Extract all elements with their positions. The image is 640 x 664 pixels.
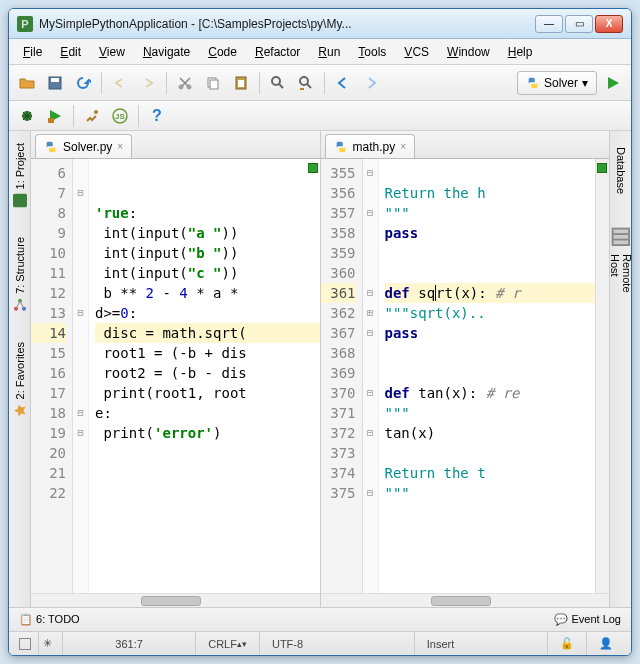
left-editor-pane: Solver.py × 6789101112131415161718192021… xyxy=(31,131,321,607)
left-fold-gutter[interactable]: ⊟⊟⊟⊟ xyxy=(73,159,89,593)
svg-line-11 xyxy=(279,84,283,88)
structure-tool-tab[interactable]: 7: Structure xyxy=(11,231,29,318)
svg-point-16 xyxy=(94,110,98,114)
svg-line-13 xyxy=(307,84,311,88)
close-tab-icon[interactable]: × xyxy=(400,141,406,152)
insert-mode[interactable]: Insert xyxy=(415,632,548,655)
database-tool-tab[interactable]: Database xyxy=(613,137,629,200)
app-icon: P xyxy=(17,16,33,32)
right-code-area[interactable]: Return the h"""passdef sqrt(x): # r"""sq… xyxy=(379,159,596,593)
help-icon[interactable]: ? xyxy=(145,104,169,128)
menu-edit[interactable]: Edit xyxy=(52,42,89,62)
paste-icon[interactable] xyxy=(229,71,253,95)
right-tool-tabs: Database Remote Host xyxy=(609,131,631,607)
main-toolbar: Solver ▾ xyxy=(9,65,631,101)
svg-rect-7 xyxy=(210,80,218,89)
save-icon[interactable] xyxy=(43,71,67,95)
editor-split: Solver.py × 6789101112131415161718192021… xyxy=(31,131,609,607)
right-editor-pane: math.py × 355356357358359360361362367368… xyxy=(321,131,610,607)
left-file-name: Solver.py xyxy=(63,140,112,154)
svg-rect-9 xyxy=(238,80,244,87)
close-tab-icon[interactable]: × xyxy=(117,141,123,152)
run-icon[interactable] xyxy=(601,71,625,95)
menu-navigate[interactable]: Navigate xyxy=(135,42,198,62)
svg-point-12 xyxy=(300,77,308,85)
file-encoding[interactable]: UTF-8 xyxy=(260,632,415,655)
svg-text:P: P xyxy=(21,18,28,30)
settings-icon[interactable] xyxy=(80,104,104,128)
svg-rect-15 xyxy=(48,118,54,123)
left-h-scrollbar[interactable] xyxy=(31,593,320,607)
nodejs-icon[interactable]: JS xyxy=(108,104,132,128)
toggle-toolwindows-icon[interactable] xyxy=(19,638,31,650)
left-code-area[interactable]: 'rue: int(input("a ")) int(input("b ")) … xyxy=(89,159,320,593)
menu-tools[interactable]: Tools xyxy=(350,42,394,62)
maximize-button[interactable]: ▭ xyxy=(565,15,593,33)
svg-rect-25 xyxy=(613,230,628,234)
forward-icon[interactable] xyxy=(359,71,383,95)
redo-icon[interactable] xyxy=(136,71,160,95)
menu-refactor[interactable]: Refactor xyxy=(247,42,308,62)
python-file-icon xyxy=(44,140,58,154)
open-icon[interactable] xyxy=(15,71,39,95)
menu-code[interactable]: Code xyxy=(200,42,245,62)
run-config-dropdown[interactable]: Solver ▾ xyxy=(517,71,597,95)
right-fold-gutter[interactable]: ⊟⊟⊟⊞⊟⊟⊟⊟ xyxy=(363,159,379,593)
svg-rect-3 xyxy=(51,78,59,82)
left-line-numbers: 678910111213141516171819202122 xyxy=(31,159,73,593)
minimize-button[interactable]: — xyxy=(535,15,563,33)
left-tool-tabs: 1: Project 7: Structure 2: Favorites xyxy=(9,131,31,607)
menu-window[interactable]: Window xyxy=(439,42,498,62)
cut-icon[interactable] xyxy=(173,71,197,95)
close-button[interactable]: X xyxy=(595,15,623,33)
back-icon[interactable] xyxy=(331,71,355,95)
search-icon[interactable] xyxy=(266,71,290,95)
copy-icon[interactable] xyxy=(201,71,225,95)
left-editor[interactable]: 678910111213141516171819202122 ⊟⊟⊟⊟ 'rue… xyxy=(31,159,320,593)
debug-icon[interactable] xyxy=(15,104,39,128)
svg-rect-26 xyxy=(613,235,628,239)
right-file-name: math.py xyxy=(353,140,396,154)
line-separator[interactable]: CRLF ▴▾ xyxy=(196,632,260,655)
svg-point-10 xyxy=(272,77,280,85)
secondary-toolbar: JS ? xyxy=(9,101,631,131)
project-tool-tab[interactable]: 1: Project xyxy=(11,137,29,213)
favorites-tool-tab[interactable]: 2: Favorites xyxy=(11,336,29,423)
right-file-tab[interactable]: math.py × xyxy=(325,134,416,158)
menu-file[interactable]: File xyxy=(15,42,50,62)
run-config-label: Solver xyxy=(544,76,578,90)
right-editor[interactable]: 3553563573583593603613623673683693703713… xyxy=(321,159,610,593)
python-icon xyxy=(526,76,540,90)
right-v-scrollbar[interactable] xyxy=(595,159,609,593)
svg-rect-27 xyxy=(613,241,628,245)
analysis-marker-ok xyxy=(597,163,607,173)
bottom-toolbar: 📋 6: TODO 💬 Event Log xyxy=(9,607,631,631)
caret-position[interactable]: 361:7 xyxy=(63,632,196,655)
coverage-icon[interactable] xyxy=(43,104,67,128)
eventlog-tool-button[interactable]: 💬 Event Log xyxy=(554,613,621,626)
right-h-scrollbar[interactable] xyxy=(321,593,610,607)
remote-host-tool-tab[interactable]: Remote Host xyxy=(606,218,632,298)
titlebar[interactable]: P MySimplePythonApplication - [C:\Sample… xyxy=(9,9,631,39)
main-area: 1: Project 7: Structure 2: Favorites Sol… xyxy=(9,131,631,607)
replace-icon[interactable] xyxy=(294,71,318,95)
readonly-icon[interactable]: 🔓 xyxy=(548,632,587,655)
menu-vcs[interactable]: VCS xyxy=(396,42,437,62)
python-file-icon xyxy=(334,140,348,154)
statusbar: ✳ 361:7 CRLF ▴▾ UTF-8 Insert 🔓 👤 xyxy=(9,631,631,655)
analysis-marker-ok xyxy=(308,163,318,173)
undo-icon[interactable] xyxy=(108,71,132,95)
chevron-down-icon: ▾ xyxy=(582,76,588,90)
svg-text:JS: JS xyxy=(115,112,125,121)
todo-tool-button[interactable]: 📋 6: TODO xyxy=(19,613,80,626)
refresh-icon[interactable] xyxy=(71,71,95,95)
window-title: MySimplePythonApplication - [C:\SamplesP… xyxy=(39,17,535,31)
menu-help[interactable]: Help xyxy=(500,42,541,62)
menu-run[interactable]: Run xyxy=(310,42,348,62)
ide-window: P MySimplePythonApplication - [C:\Sample… xyxy=(8,8,632,656)
menu-view[interactable]: View xyxy=(91,42,133,62)
progress-icon: ✳ xyxy=(43,637,52,650)
hector-icon[interactable]: 👤 xyxy=(587,632,625,655)
left-file-tab[interactable]: Solver.py × xyxy=(35,134,132,158)
menubar: FileEditViewNavigateCodeRefactorRunTools… xyxy=(9,39,631,65)
